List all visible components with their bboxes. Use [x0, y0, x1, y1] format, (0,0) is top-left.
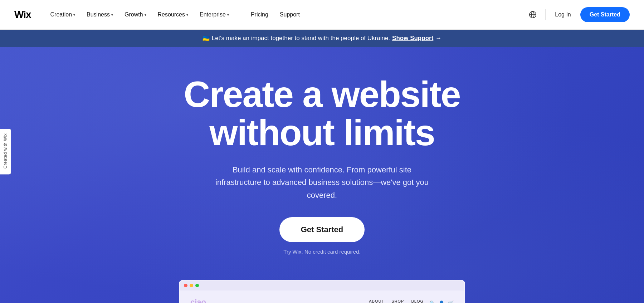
- side-label-container: Created with Wix: [0, 128, 11, 175]
- arrow-icon: →: [435, 35, 441, 42]
- cart-icon: 🛒: [448, 300, 454, 303]
- browser-toolbar: [180, 280, 464, 290]
- show-support-link[interactable]: Show Support: [392, 35, 433, 42]
- globe-icon: [529, 11, 537, 19]
- navbar-vertical-divider: [545, 9, 546, 20]
- browser-mockup-wrapper: ciao ABOUT SHOP BLOG 🔍 👤 🛒: [179, 280, 465, 303]
- nav-item-enterprise[interactable]: Enterprise ▾: [195, 9, 234, 21]
- wix-wordmark: Wix: [14, 9, 31, 20]
- chevron-down-icon: ▾: [111, 13, 113, 17]
- mock-site-nav: ABOUT SHOP BLOG: [369, 299, 424, 303]
- browser-minimize-dot: [190, 284, 193, 287]
- search-icon: 🔍: [429, 300, 435, 303]
- nav-item-pricing[interactable]: Pricing: [246, 9, 273, 21]
- nav-resources-label: Resources: [158, 11, 185, 18]
- nav-item-support[interactable]: Support: [275, 9, 305, 21]
- nav-support-label: Support: [280, 11, 300, 18]
- hero-subtitle: Build and scale with confidence. From po…: [211, 163, 433, 201]
- mock-nav-about: ABOUT: [369, 299, 384, 303]
- nav-pricing-label: Pricing: [251, 11, 268, 18]
- nav-business-label: Business: [87, 11, 110, 18]
- chevron-down-icon: ▾: [227, 13, 229, 17]
- mock-nav-icons: 🔍 👤 🛒: [429, 300, 454, 303]
- chevron-down-icon: ▾: [186, 13, 188, 17]
- banner-message: Let's make an impact together to stand w…: [212, 35, 390, 42]
- get-started-button-nav[interactable]: Get Started: [580, 7, 630, 22]
- side-label-text: Created with Wix: [3, 133, 8, 168]
- ukraine-banner: 🇺🇦 Let's make an impact together to stan…: [0, 30, 644, 47]
- browser-maximize-dot: [195, 284, 199, 287]
- mock-nav-blog: BLOG: [411, 299, 424, 303]
- mock-nav-shop: SHOP: [391, 299, 404, 303]
- language-selector-button[interactable]: [526, 8, 540, 21]
- hero-title-line1: Create a website: [184, 74, 460, 115]
- nav-growth-label: Growth: [125, 11, 143, 18]
- nav-item-creation[interactable]: Creation ▾: [45, 9, 80, 21]
- browser-content-area: ciao ABOUT SHOP BLOG 🔍 👤 🛒: [180, 290, 464, 303]
- nav-creation-label: Creation: [50, 11, 72, 18]
- mock-site-logo: ciao: [190, 298, 206, 303]
- logo[interactable]: Wix: [14, 9, 31, 20]
- chevron-down-icon: ▾: [145, 13, 146, 17]
- nav-enterprise-label: Enterprise: [200, 11, 226, 18]
- browser-close-dot: [184, 284, 187, 287]
- hero-title-line2: without limits: [209, 112, 434, 153]
- login-button[interactable]: Log In: [551, 9, 574, 21]
- nav-item-business[interactable]: Business ▾: [82, 9, 118, 21]
- hero-section: Create a website without limits Build an…: [0, 47, 644, 303]
- user-icon: 👤: [439, 300, 444, 303]
- hero-title: Create a website without limits: [184, 75, 460, 152]
- hero-content: Create a website without limits Build an…: [184, 75, 460, 273]
- chevron-down-icon: ▾: [73, 13, 75, 17]
- navbar: Wix Creation ▾ Business ▾ Growth ▾ Resou…: [0, 0, 644, 30]
- nav-item-resources[interactable]: Resources ▾: [153, 9, 193, 21]
- nav-divider: [240, 9, 240, 20]
- browser-mockup: ciao ABOUT SHOP BLOG 🔍 👤 🛒: [179, 280, 465, 303]
- hero-cta-subtext: Try Wix. No credit card required.: [283, 249, 360, 255]
- navbar-right: Log In Get Started: [526, 7, 630, 22]
- nav-item-growth[interactable]: Growth ▾: [119, 9, 151, 21]
- hero-get-started-button[interactable]: Get Started: [279, 217, 365, 242]
- main-nav: Creation ▾ Business ▾ Growth ▾ Resources…: [45, 9, 526, 21]
- ukraine-flag-emoji: 🇺🇦: [203, 35, 210, 42]
